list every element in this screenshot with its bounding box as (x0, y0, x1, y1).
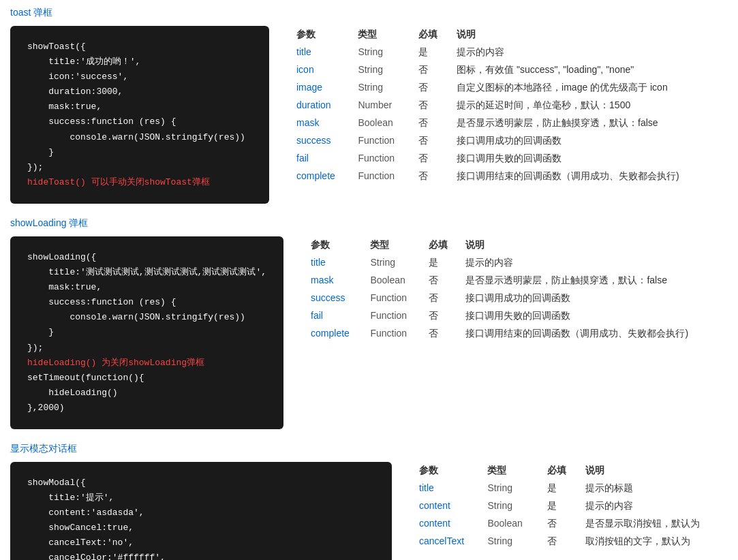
param-desc: 取消按钮的文字，默认为 (579, 533, 728, 550)
toast-th-required: 必填 (412, 26, 450, 44)
toast-code-text: showToast({ title:'成功的哟！', icon:'success… (27, 42, 245, 172)
param-desc: 提示的延迟时间，单位毫秒，默认：1500 (450, 97, 728, 114)
param-name: fail (304, 307, 363, 325)
param-name: fail (290, 150, 351, 168)
param-desc: 自定义图标的本地路径，image 的优先级高于 icon (450, 79, 728, 97)
table-row: title String 是 提示的内容 (290, 44, 728, 61)
param-type: Function (351, 168, 411, 185)
table-row: image String 否 自定义图标的本地路径，image 的优先级高于 i… (290, 79, 728, 97)
param-required: 否 (412, 114, 450, 132)
toast-layout: showToast({ title:'成功的哟！', icon:'success… (10, 26, 728, 204)
table-row: fail Function 否 接口调用失败的回调函数 (304, 307, 728, 325)
showloading-code-block: showLoading({ title:'测试测试测试,测试测试测试,测试测试测… (10, 236, 283, 429)
param-desc: 接口调用失败的回调函数 (459, 307, 728, 325)
table-row: icon String 否 图标，有效值 "success", "loading… (290, 61, 728, 79)
showmodal-layout: showModal({ title:'提示', content:'asdasda… (10, 462, 728, 560)
param-desc: 提示的内容 (579, 497, 728, 515)
param-desc: 提示的内容 (459, 254, 728, 272)
param-type: Function (351, 150, 411, 168)
showloading-section-title[interactable]: showLoading 弹框 (10, 217, 728, 230)
showmodal-api-table: 参数 类型 必填 说明 title String 是 提示的标题 content (412, 462, 728, 550)
param-required: 否 (412, 61, 450, 79)
showmodal-code-block: showModal({ title:'提示', content:'asdasda… (10, 462, 392, 560)
showmodal-section-title[interactable]: 显示模态对话框 (10, 443, 728, 455)
param-desc: 图标，有效值 "success", "loading", "none" (450, 61, 728, 79)
param-type: Boolean (351, 114, 411, 132)
showloading-code-red: hideLoading() 为关闭showLoading弹框 (27, 358, 204, 368)
showloading-code-rest: setTimeout(function(){ hideLoading() },2… (27, 373, 144, 413)
table-row: complete Function 否 接口调用结束的回调函数（调用成功、失败都… (290, 168, 728, 185)
toast-code-red: hideToast() 可以手动关闭showToast弹框 (27, 177, 210, 187)
param-type: Function (363, 325, 421, 343)
table-row: content String 是 提示的内容 (412, 497, 728, 515)
showloading-api-table: 参数 类型 必填 说明 title String 是 提示的内容 mask (304, 236, 728, 343)
param-desc: 是否显示透明蒙层，防止触摸穿透，默认：false (459, 272, 728, 290)
param-type: String (351, 44, 411, 61)
param-required: 否 (422, 307, 459, 325)
showloading-th-desc: 说明 (459, 236, 728, 254)
param-name: title (304, 254, 363, 272)
showloading-th-type: 类型 (363, 236, 421, 254)
showmodal-th-desc: 说明 (579, 462, 728, 480)
table-row: duration Number 否 提示的延迟时间，单位毫秒，默认：1500 (290, 97, 728, 114)
param-desc: 是否显示透明蒙层，防止触摸穿透，默认：false (450, 114, 728, 132)
table-row: content Boolean 否 是否显示取消按钮，默认为 (412, 515, 728, 533)
toast-code-block: showToast({ title:'成功的哟！', icon:'success… (10, 26, 269, 204)
param-required: 是 (540, 480, 579, 497)
param-required: 否 (540, 515, 579, 533)
param-name: title (290, 44, 351, 61)
param-required: 否 (422, 290, 459, 307)
param-name: icon (290, 61, 351, 79)
toast-api-table: 参数 类型 必填 说明 title String 是 提示的内容 icon (290, 26, 728, 185)
param-required: 否 (412, 150, 450, 168)
showloading-table-header-row: 参数 类型 必填 说明 (304, 236, 728, 254)
param-name: content (412, 515, 480, 533)
param-type: Function (363, 307, 421, 325)
param-desc: 接口调用成功的回调函数 (459, 290, 728, 307)
showmodal-table-container: 参数 类型 必填 说明 title String 是 提示的标题 content (412, 462, 728, 550)
param-desc: 接口调用结束的回调函数（调用成功、失败都会执行) (450, 168, 728, 185)
param-name: complete (290, 168, 351, 185)
table-row: title String 是 提示的标题 (412, 480, 728, 497)
param-required: 是 (540, 497, 579, 515)
param-type: Boolean (363, 272, 421, 290)
param-name: cancelText (412, 533, 480, 550)
showloading-code-text: showLoading({ title:'测试测试测试,测试测试测试,测试测试测… (27, 252, 266, 353)
showmodal-th-param: 参数 (412, 462, 480, 480)
toast-section-title[interactable]: toast 弹框 (10, 7, 728, 19)
showmodal-link[interactable]: 显示模态对话框 (10, 443, 77, 454)
toast-th-param: 参数 (290, 26, 351, 44)
param-desc: 接口调用结束的回调函数（调用成功、失败都会执行) (459, 325, 728, 343)
table-row: cancelText String 否 取消按钮的文字，默认为 (412, 533, 728, 550)
param-desc: 提示的标题 (579, 480, 728, 497)
table-row: complete Function 否 接口调用结束的回调函数（调用成功、失败都… (304, 325, 728, 343)
param-type: String (351, 61, 411, 79)
table-row: title String 是 提示的内容 (304, 254, 728, 272)
showloading-link[interactable]: showLoading 弹框 (10, 217, 88, 228)
param-type: String (480, 480, 540, 497)
showmodal-table-header-row: 参数 类型 必填 说明 (412, 462, 728, 480)
param-required: 否 (540, 533, 579, 550)
param-type: String (351, 79, 411, 97)
param-type: String (480, 533, 540, 550)
toast-th-desc: 说明 (450, 26, 728, 44)
param-desc: 接口调用成功的回调函数 (450, 132, 728, 150)
param-required: 否 (412, 132, 450, 150)
param-required: 否 (412, 97, 450, 114)
toast-table-header-row: 参数 类型 必填 说明 (290, 26, 728, 44)
param-type: String (363, 254, 421, 272)
param-name: mask (290, 114, 351, 132)
param-desc: 接口调用失败的回调函数 (450, 150, 728, 168)
showmodal-code-text: showModal({ title:'提示', content:'asdasda… (27, 478, 166, 560)
param-desc: 提示的内容 (450, 44, 728, 61)
table-row: mask Boolean 否 是否显示透明蒙层，防止触摸穿透，默认：false (290, 114, 728, 132)
param-name: content (412, 497, 480, 515)
param-name: complete (304, 325, 363, 343)
param-required: 是 (422, 254, 459, 272)
toast-table-container: 参数 类型 必填 说明 title String 是 提示的内容 icon (290, 26, 728, 185)
table-row: mask Boolean 否 是否显示透明蒙层，防止触摸穿透，默认：false (304, 272, 728, 290)
param-name: image (290, 79, 351, 97)
param-name: title (412, 480, 480, 497)
toast-link[interactable]: toast 弹框 (10, 7, 52, 18)
param-name: duration (290, 97, 351, 114)
